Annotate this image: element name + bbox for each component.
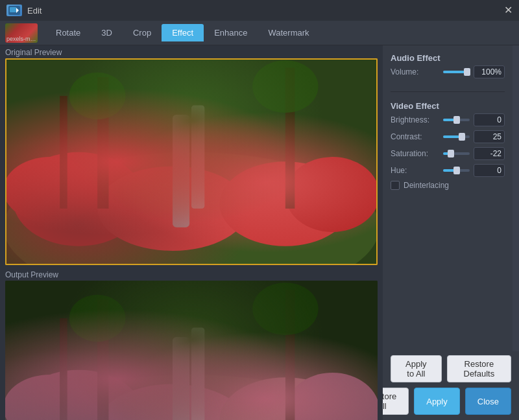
output-preview-image	[5, 281, 378, 420]
hue-thumb	[453, 167, 460, 174]
svg-point-4	[5, 152, 378, 265]
svg-rect-17	[5, 281, 378, 420]
svg-point-30	[252, 283, 318, 335]
svg-point-23	[5, 375, 97, 420]
deinterlacing-checkbox[interactable]	[391, 181, 400, 190]
main-content: Original Preview	[0, 45, 519, 420]
file-thumbnail: pexels-mang-...	[5, 23, 38, 43]
close-button[interactable]: Close	[465, 388, 511, 415]
svg-rect-24	[173, 337, 189, 420]
titlebar: Edit ✕	[0, 0, 519, 21]
svg-rect-26	[97, 299, 108, 420]
contrast-label: Contrast:	[391, 132, 439, 141]
divider-1	[391, 91, 505, 92]
tab-enhance[interactable]: Enhance	[204, 24, 258, 41]
svg-point-20	[97, 384, 248, 420]
saturation-label: Saturation:	[391, 149, 439, 158]
output-image-canvas	[5, 281, 378, 420]
tab-rotate[interactable]: Rotate	[45, 24, 91, 41]
svg-point-15	[69, 73, 126, 119]
audio-section: Audio Effect Volume:	[391, 53, 505, 82]
output-preview-label: Output Preview	[0, 268, 383, 281]
deinterlacing-row: Deinterlacing	[391, 181, 505, 190]
apply-all-row: Apply to All Restore Defaults	[383, 351, 519, 385]
tab-3d[interactable]: 3D	[91, 24, 123, 41]
saturation-value-input[interactable]	[474, 147, 505, 160]
svg-point-18	[5, 375, 378, 420]
video-section: Video Effect Brightness: Contrast:	[391, 101, 505, 190]
contrast-value-input[interactable]	[474, 130, 505, 143]
restore-defaults-button[interactable]: Restore Defaults	[447, 355, 511, 382]
svg-point-6	[97, 167, 248, 251]
svg-rect-12	[97, 77, 108, 209]
volume-label: Volume:	[391, 67, 439, 76]
hue-control-row: Hue:	[391, 164, 505, 177]
brightness-value-input[interactable]	[474, 113, 505, 126]
svg-point-29	[69, 294, 126, 341]
svg-point-16	[252, 60, 318, 113]
output-preview-section: Output Preview	[0, 268, 383, 420]
saturation-thumb	[448, 150, 454, 158]
window-title: Edit	[27, 6, 42, 16]
tab-effect[interactable]: Effect	[162, 24, 204, 41]
preview-area: Original Preview	[0, 45, 383, 420]
controls-panel: Audio Effect Volume: Video Effect Bright…	[383, 45, 513, 351]
svg-rect-25	[191, 327, 204, 420]
right-panel: Audio Effect Volume: Video Effect Bright…	[383, 45, 519, 420]
saturation-control-row: Saturation:	[391, 147, 505, 160]
svg-point-8	[285, 157, 378, 232]
hue-slider-track[interactable]	[443, 169, 470, 172]
brightness-slider-track[interactable]	[443, 119, 470, 121]
svg-rect-14	[60, 96, 67, 209]
saturation-slider-track[interactable]	[443, 152, 470, 155]
original-preview-image	[5, 58, 378, 265]
volume-slider-track[interactable]	[443, 71, 470, 73]
audio-section-title: Audio Effect	[391, 53, 505, 63]
contrast-control-row: Contrast:	[391, 130, 505, 143]
deinterlacing-label: Deinterlacing	[404, 181, 449, 190]
bottom-buttons-row: Restore All Apply Close	[383, 385, 519, 420]
titlebar-left: Edit	[6, 5, 42, 16]
apply-button[interactable]: Apply	[414, 388, 460, 415]
contrast-slider-track[interactable]	[443, 135, 470, 138]
video-section-title: Video Effect	[391, 101, 505, 111]
svg-point-9	[5, 157, 97, 222]
tab-watermark[interactable]: Watermark	[258, 24, 319, 41]
apply-to-all-button[interactable]: Apply to All	[391, 355, 442, 382]
svg-rect-11	[191, 105, 204, 208]
hue-label: Hue:	[391, 166, 439, 175]
svg-point-22	[285, 373, 378, 420]
svg-rect-27	[285, 290, 295, 420]
contrast-thumb	[459, 133, 465, 141]
original-preview-label: Original Preview	[0, 45, 383, 58]
svg-point-21	[219, 377, 351, 420]
svg-rect-28	[60, 318, 67, 420]
brightness-thumb	[453, 116, 460, 124]
volume-slider-thumb	[464, 68, 470, 76]
svg-rect-1	[10, 7, 16, 12]
svg-point-19	[13, 369, 145, 420]
original-preview-section: Original Preview	[0, 45, 383, 268]
thumbnail-label: pexels-mang-...	[6, 36, 36, 42]
svg-point-5	[13, 152, 145, 246]
original-image-canvas	[5, 58, 378, 265]
svg-rect-3	[5, 58, 378, 265]
close-window-button[interactable]: ✕	[504, 5, 513, 16]
hue-value-input[interactable]	[474, 164, 505, 177]
svg-point-7	[219, 161, 351, 246]
volume-control-row: Volume:	[391, 65, 505, 78]
volume-value-input[interactable]	[474, 65, 505, 78]
tab-crop[interactable]: Crop	[123, 24, 162, 41]
app-icon	[6, 5, 22, 16]
svg-rect-13	[285, 67, 295, 208]
brightness-label: Brightness:	[391, 115, 439, 124]
svg-rect-10	[173, 115, 189, 228]
brightness-control-row: Brightness:	[391, 113, 505, 126]
tabbar: pexels-mang-... Rotate 3D Crop Effect En…	[0, 21, 519, 45]
